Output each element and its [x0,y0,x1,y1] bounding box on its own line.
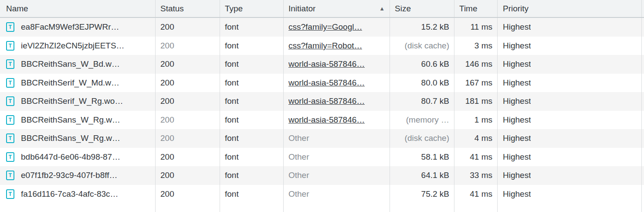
font-resource-icon: T [6,59,14,69]
request-time-cell: 167 ms [454,74,498,92]
request-initiator: Other [288,171,309,180]
table-empty-area [0,203,644,212]
request-priority: Highest [503,115,531,125]
request-time-cell: 1 ms [454,111,498,130]
request-initiator: Other [288,133,309,143]
request-status: 200 [160,133,174,143]
request-initiator-cell: css?family=Googl… [284,18,390,37]
request-type-cell: font [220,37,284,55]
column-header-size[interactable]: Size [390,0,454,17]
network-request-row[interactable]: T fa16d116-7ca3-4afc-83c… 200 font Other… [0,185,644,204]
request-status-cell: 200 [156,185,220,204]
request-priority: Highest [503,171,531,180]
request-initiator-link[interactable]: css?family=Robot… [288,41,362,51]
request-initiator-link[interactable]: css?family=Googl… [288,22,362,32]
request-name-cell: T BBCReithSans_W_Rg.w… [0,129,156,148]
request-time: 3 ms [475,41,492,51]
request-name: e07f1fb2-93c9-407f-b8ff… [21,171,117,180]
request-priority-cell: Highest [498,185,642,204]
request-size: 80.0 kB [421,78,449,88]
request-time: 146 ms [465,59,492,69]
request-name: fa16d116-7ca3-4afc-83c… [21,189,119,199]
request-status: 200 [160,152,174,162]
request-initiator-link[interactable]: world-asia-587846… [288,59,365,69]
request-status: 200 [160,41,174,51]
request-size-cell: (memory … [390,111,454,130]
request-initiator-cell: Other [284,129,390,148]
request-time-cell: 3 ms [454,37,498,55]
network-request-row[interactable]: T BBCReithSerif_W_Rg.wo… 200 font world-… [0,92,644,111]
network-request-row[interactable]: T BBCReithSans_W_Rg.w… 200 font Other (d… [0,129,644,148]
request-priority-cell: Highest [498,148,642,167]
request-type: font [225,133,239,143]
request-priority: Highest [503,78,531,88]
request-name-cell: T BBCReithSans_W_Bd.w… [0,55,156,74]
request-priority: Highest [503,152,531,162]
request-time-cell: 41 ms [454,185,498,204]
request-priority-cell: Highest [498,92,642,111]
request-type-cell: font [220,55,284,74]
request-type-cell: font [220,74,284,92]
column-header-time[interactable]: Time [454,0,498,17]
request-name: ieVl2ZhZI2eCN5jzbjEETS… [21,41,125,51]
network-request-row[interactable]: T bdb6447d-6e06-4b98-87… 200 font Other … [0,148,644,167]
column-header-status[interactable]: Status [156,0,220,17]
request-initiator-link[interactable]: world-asia-587846… [288,78,365,88]
request-status-cell: 200 [156,74,220,92]
request-status: 200 [160,22,174,32]
request-name-cell: T BBCReithSans_W_Rg.w… [0,111,156,130]
request-status: 200 [160,115,174,125]
request-status-cell: 200 [156,18,220,37]
font-resource-icon: T [6,41,14,51]
request-initiator-link[interactable]: world-asia-587846… [288,96,365,106]
request-priority-cell: Highest [498,55,642,74]
network-request-row[interactable]: T ieVl2ZhZI2eCN5jzbjEETS… 200 font css?f… [0,37,644,55]
column-header-type[interactable]: Type [220,0,284,17]
request-type: font [225,78,239,88]
font-resource-icon: T [6,152,14,162]
request-type: font [225,96,239,106]
network-request-row[interactable]: T e07f1fb2-93c9-407f-b8ff… 200 font Othe… [0,166,644,185]
network-panel: Name Status Type Initiator ▲ Size Time P… [0,0,644,212]
request-type: font [225,22,239,32]
request-size: 15.2 kB [421,22,449,32]
request-type-cell: font [220,148,284,167]
column-header-time-label: Time [459,4,478,14]
column-header-initiator[interactable]: Initiator ▲ [284,0,390,17]
request-status-cell: 200 [156,166,220,185]
request-initiator-cell: world-asia-587846… [284,74,390,92]
request-initiator-link[interactable]: world-asia-587846… [288,115,365,125]
font-resource-icon: T [6,171,14,180]
font-resource-icon: T [6,115,14,125]
network-request-row[interactable]: T BBCReithSans_W_Bd.w… 200 font world-as… [0,55,644,74]
request-size: (disk cache) [405,133,449,143]
request-time-cell: 33 ms [454,166,498,185]
request-priority: Highest [503,96,531,106]
request-type: font [225,189,239,199]
font-resource-icon: T [6,133,14,143]
font-resource-icon: T [6,22,14,32]
request-status: 200 [160,78,174,88]
request-size-cell: 80.7 kB [390,92,454,111]
request-name-cell: T ea8FacM9Wef3EJPWRr… [0,18,156,37]
request-initiator-cell: Other [284,185,390,204]
request-time: 167 ms [465,78,492,88]
column-header-priority[interactable]: Priority [498,0,642,17]
request-priority-cell: Highest [498,166,642,185]
request-initiator-cell: Other [284,148,390,167]
network-request-row[interactable]: T BBCReithSerif_W_Md.w… 200 font world-a… [0,74,644,92]
request-priority-cell: Highest [498,18,642,37]
network-request-row[interactable]: T ea8FacM9Wef3EJPWRr… 200 font css?famil… [0,18,644,37]
request-size: (memory … [406,115,449,125]
request-time-cell: 11 ms [454,18,498,37]
column-header-name[interactable]: Name [0,0,156,17]
request-time: 11 ms [471,22,492,32]
network-request-row[interactable]: T BBCReithSans_W_Rg.w… 200 font world-as… [0,111,644,130]
request-type-cell: font [220,166,284,185]
request-priority-cell: Highest [498,111,642,130]
request-status: 200 [160,171,174,180]
request-name: BBCReithSans_W_Rg.w… [21,115,120,125]
column-header-priority-label: Priority [503,4,529,14]
request-type: font [225,171,239,180]
column-header-size-label: Size [395,4,411,14]
